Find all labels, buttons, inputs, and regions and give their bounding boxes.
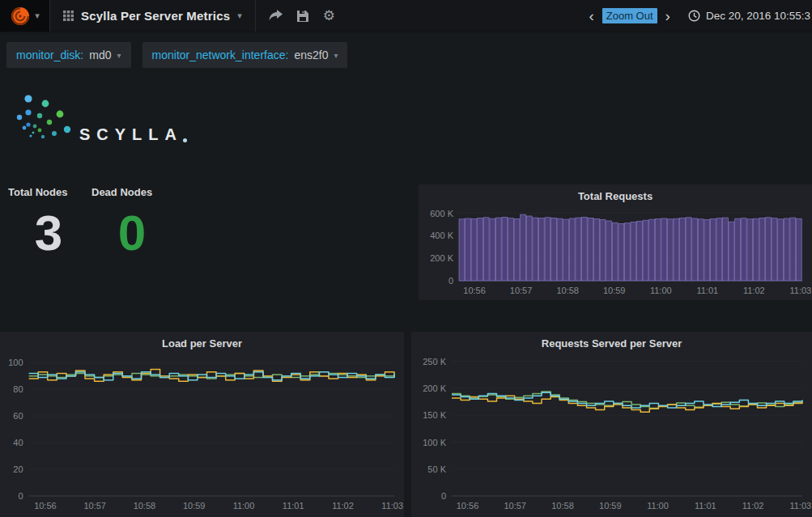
svg-text:40: 40 [13,438,23,447]
save-icon [297,11,308,22]
clock-icon [688,10,700,22]
svg-text:11:02: 11:02 [742,501,764,511]
svg-text:200 K: 200 K [430,253,453,263]
svg-text:50 K: 50 K [427,464,446,474]
svg-text:60: 60 [13,411,23,421]
svg-text:11:03: 11:03 [790,286,812,295]
load-per-server-chart[interactable]: 02040608010010:5610:5710:5810:5911:0011:… [0,351,404,514]
svg-text:80: 80 [13,384,23,394]
svg-text:200 K: 200 K [423,384,446,393]
total-requests-chart[interactable]: 0200 K400 K600 K10:5610:5710:5810:5911:0… [419,204,812,299]
svg-text:11:00: 11:00 [647,501,669,511]
svg-text:11:03: 11:03 [381,501,403,511]
total-nodes-value: 3 [8,208,89,258]
svg-text:10:56: 10:56 [457,501,479,511]
dashboard-title: Scylla Per Server Metrics [81,9,230,23]
svg-text:10:57: 10:57 [510,286,533,295]
grafana-logo-icon [10,6,31,27]
variable-value: ens2f0 [294,49,328,61]
svg-text:11:01: 11:01 [696,286,718,295]
svg-text:10:57: 10:57 [504,501,526,511]
singlestat-dead-nodes: Dead Nodes 0 [91,186,172,258]
share-icon [269,10,283,22]
svg-text:250 K: 250 K [423,357,446,367]
scylla-logo-icon [10,87,73,152]
dashboard-grid-icon [63,11,74,21]
svg-text:10:59: 10:59 [183,501,206,511]
svg-text:100: 100 [8,358,23,367]
svg-text:11:02: 11:02 [332,501,354,511]
variable-label: monitor_network_interface: [152,49,289,61]
variable-label: monitor_disk: [16,49,83,61]
chevron-down-icon: ▾ [35,11,40,20]
panel-title[interactable]: Total Nodes [8,186,89,198]
chevron-down-icon: ▾ [237,11,242,20]
zoom-out-button[interactable]: Zoom Out [602,8,657,23]
svg-text:10:58: 10:58 [551,501,574,511]
svg-text:11:00: 11:00 [650,286,672,295]
svg-text:11:01: 11:01 [695,501,716,511]
grafana-menu-button[interactable]: ▾ [0,0,50,32]
scylla-logo-dot [183,138,187,142]
dead-nodes-value: 0 [91,208,172,258]
svg-text:11:01: 11:01 [283,501,304,511]
variable-value: md0 [89,49,111,61]
panel-title[interactable]: Requests Served per Server [411,332,812,350]
gear-icon: ⚙ [323,9,335,23]
panel-total-requests: Total Requests 0200 K400 K600 K10:5610:5… [419,184,812,300]
dashboard-title-menu[interactable]: Scylla Per Server Metrics ▾ [50,0,256,32]
settings-button[interactable]: ⚙ [323,9,335,23]
svg-text:0: 0 [441,491,446,501]
svg-text:10:59: 10:59 [599,501,622,511]
panel-title[interactable]: Load per Server [0,332,404,350]
variable-monitor-network-interface[interactable]: monitor_network_interface: ens2f0 ▾ [142,42,348,68]
time-forward-button[interactable]: › [663,8,673,23]
panel-title[interactable]: Total Requests [419,184,812,202]
save-button[interactable] [297,11,308,22]
requests-served-per-server-chart[interactable]: 050 K100 K150 K200 K250 K10:5610:5710:58… [411,351,812,514]
top-navbar: ▾ Scylla Per Server Metrics ▾ [0,0,812,32]
svg-text:20: 20 [13,464,23,474]
svg-text:11:03: 11:03 [789,501,811,511]
svg-text:10:56: 10:56 [34,501,57,511]
svg-text:10:57: 10:57 [83,501,106,511]
variable-monitor-disk[interactable]: monitor_disk: md0 ▾ [6,42,131,68]
chevron-down-icon: ▾ [334,51,338,60]
svg-text:0: 0 [449,276,453,286]
svg-text:11:00: 11:00 [233,501,255,511]
time-range-label: Dec 20, 2016 10:55:3 [706,10,810,22]
scylla-logo-text: SCYLLA [79,125,183,144]
singlestat-total-nodes: Total Nodes 3 [8,186,89,258]
time-controls: ‹ Zoom Out › Dec 20, 2016 10:55:3 [586,8,812,23]
svg-text:11:02: 11:02 [743,286,765,295]
svg-text:10:58: 10:58 [556,286,579,295]
grafana-dashboard: ▾ Scylla Per Server Metrics ▾ [0,0,812,517]
svg-text:10:58: 10:58 [134,501,156,511]
svg-text:0: 0 [18,491,23,501]
svg-text:100 K: 100 K [423,438,446,447]
svg-text:10:59: 10:59 [603,286,626,295]
panel-load-per-server: Load per Server 02040608010010:5610:5710… [0,332,404,517]
svg-text:10:56: 10:56 [463,286,486,295]
share-button[interactable] [269,10,283,22]
dashboard-actions: ⚙ [256,9,335,23]
panel-requests-served-per-server: Requests Served per Server 050 K100 K150… [411,332,812,517]
time-back-button[interactable]: ‹ [586,8,596,23]
template-variables-row: monitor_disk: md0 ▾ monitor_network_inte… [0,32,812,68]
panel-title[interactable]: Dead Nodes [91,186,172,198]
scylla-logo: SCYLLA [10,87,187,152]
svg-text:600 K: 600 K [430,209,453,218]
chevron-down-icon: ▾ [117,51,121,60]
time-range-picker[interactable]: Dec 20, 2016 10:55:3 [688,10,810,22]
svg-text:150 K: 150 K [423,410,446,420]
svg-text:400 K: 400 K [430,231,453,240]
